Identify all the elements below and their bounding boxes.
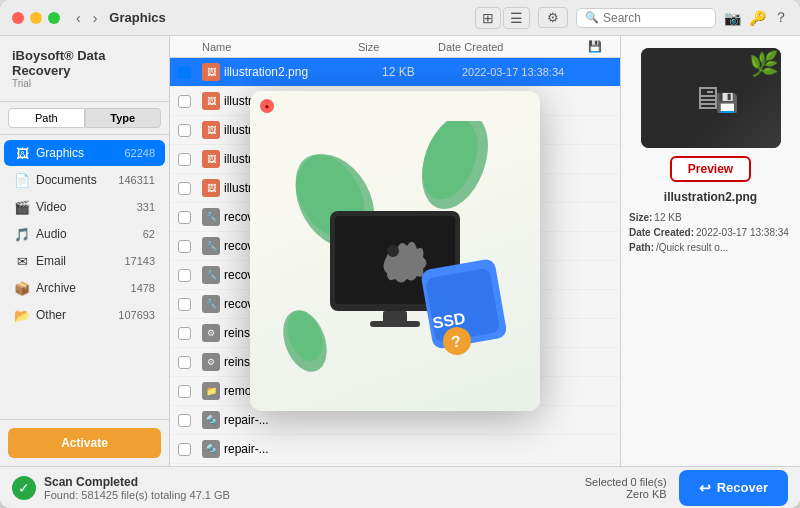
sidebar-item-other[interactable]: 📂 Other 107693 — [4, 302, 165, 328]
sidebar-item-video[interactable]: 🎬 Video 331 — [4, 194, 165, 220]
row-checkbox[interactable] — [178, 385, 191, 398]
preview-button[interactable]: Preview — [670, 156, 751, 182]
row-checkbox[interactable] — [178, 443, 191, 456]
file-type-icon: 🖼 — [202, 121, 220, 139]
file-area: Name Size Date Created 💾 🖼 illustration2… — [170, 36, 620, 466]
sidebar-item-documents[interactable]: 📄 Documents 146311 — [4, 167, 165, 193]
scan-found-text: Found: 581425 file(s) totaling 47.1 GB — [44, 489, 230, 501]
file-type-icon: 🖼 — [202, 150, 220, 168]
window-title: Graphics — [109, 10, 475, 25]
back-button[interactable]: ‹ — [72, 8, 85, 28]
row-checkbox[interactable] — [178, 182, 191, 195]
file-type-icon: 🔧 — [202, 295, 220, 313]
preview-thumbnail: 🌿 🖥 💾 — [641, 48, 781, 148]
close-button[interactable] — [12, 12, 24, 24]
file-type-icon: 📁 — [202, 382, 220, 400]
forward-button[interactable]: › — [89, 8, 102, 28]
nav-buttons: ‹ › — [72, 8, 101, 28]
file-type-icon: 🖼 — [202, 92, 220, 110]
minimize-button[interactable] — [30, 12, 42, 24]
row-checkbox[interactable] — [178, 356, 191, 369]
date-label: Date Created: — [629, 227, 694, 238]
audio-icon: 🎵 — [14, 226, 30, 242]
other-icon: 📂 — [14, 307, 30, 323]
sidebar-count-documents: 146311 — [118, 174, 155, 186]
sidebar-label-other: Other — [36, 308, 118, 322]
row-checkbox[interactable] — [178, 240, 191, 253]
row-checkbox[interactable] — [178, 66, 191, 79]
main-content: iBoysoft® Data Recovery Trial Path Type … — [0, 36, 800, 466]
titlebar: ‹ › Graphics ⊞ ☰ ⚙ 🔍 📷 🔑 ？ — [0, 0, 800, 36]
recover-label: Recover — [717, 480, 768, 495]
toolbar-right: ⊞ ☰ ⚙ 🔍 📷 🔑 ？ — [475, 7, 788, 29]
main-window: ‹ › Graphics ⊞ ☰ ⚙ 🔍 📷 🔑 ？ iBoys — [0, 0, 800, 508]
tab-path[interactable]: Path — [8, 108, 85, 128]
file-type-icon: 🔧 — [202, 208, 220, 226]
detail-date-row: Date Created: 2022-03-17 13:38:34 — [629, 227, 792, 238]
camera-icon[interactable]: 📷 — [724, 9, 741, 27]
file-name: repair-... — [224, 413, 382, 427]
sidebar-label-email: Email — [36, 254, 124, 268]
size-value: 12 KB — [654, 212, 681, 223]
info-icon[interactable]: 🔑 — [749, 9, 766, 27]
path-type-tabs: Path Type — [0, 102, 169, 135]
row-checkbox[interactable] — [178, 327, 191, 340]
file-type-icon: 🔩 — [202, 440, 220, 458]
preview-close-button[interactable]: ● — [260, 99, 274, 113]
sidebar-item-email[interactable]: ✉ Email 17143 — [4, 248, 165, 274]
traffic-lights — [12, 12, 60, 24]
header-size: Size — [358, 41, 438, 53]
sidebar-label-audio: Audio — [36, 227, 143, 241]
grid-view-button[interactable]: ⊞ — [475, 7, 501, 29]
leaf-decoration: 🌿 — [749, 50, 779, 78]
search-box: 🔍 — [576, 8, 716, 28]
selected-count: Selected 0 file(s) — [585, 476, 667, 488]
sidebar-item-graphics[interactable]: 🖼 Graphics 62248 — [4, 140, 165, 166]
sidebar-count-email: 17143 — [124, 255, 155, 267]
help-icon[interactable]: ？ — [774, 9, 788, 27]
recover-icon: ↩ — [699, 480, 711, 496]
activate-button[interactable]: Activate — [8, 428, 161, 458]
detail-size-row: Size: 12 KB — [629, 212, 792, 223]
file-type-icon: 🖼 — [202, 179, 220, 197]
sidebar-count-archive: 1478 — [131, 282, 155, 294]
row-checkbox[interactable] — [178, 153, 191, 166]
sidebar-item-audio[interactable]: 🎵 Audio 62 — [4, 221, 165, 247]
graphics-icon: 🖼 — [14, 145, 30, 161]
file-type-icon: 🔧 — [202, 237, 220, 255]
path-label: Path: — [629, 242, 654, 253]
tab-type[interactable]: Type — [85, 108, 162, 128]
sidebar-item-archive[interactable]: 📦 Archive 1478 — [4, 275, 165, 301]
file-date: 2022-03-17 13:38:34 — [462, 66, 612, 78]
row-checkbox[interactable] — [178, 95, 191, 108]
detail-path-row: Path: /Quick result o... — [629, 242, 792, 253]
list-view-button[interactable]: ☰ — [503, 7, 530, 29]
filter-button[interactable]: ⚙ — [538, 7, 568, 28]
row-checkbox[interactable] — [178, 124, 191, 137]
selected-size: Zero KB — [585, 488, 667, 500]
right-panel: 🌿 🖥 💾 Preview illustration2.png Size: 12… — [620, 36, 800, 466]
recover-button[interactable]: ↩ Recover — [679, 470, 788, 506]
file-type-icon: ⚙ — [202, 353, 220, 371]
ssd-icon: 💾 — [716, 92, 738, 114]
documents-icon: 📄 — [14, 172, 30, 188]
thumb-inner: 🌿 🖥 💾 — [641, 48, 781, 148]
row-checkbox[interactable] — [178, 298, 191, 311]
file-name: repair-... — [224, 442, 382, 456]
email-icon: ✉ — [14, 253, 30, 269]
sidebar: iBoysoft® Data Recovery Trial Path Type … — [0, 36, 170, 466]
file-type-icon: 🖼 — [202, 63, 220, 81]
sidebar-label-archive: Archive — [36, 281, 131, 295]
scan-status-text: Scan Completed Found: 581425 file(s) tot… — [44, 475, 230, 501]
search-input[interactable] — [603, 11, 707, 25]
table-row[interactable]: 🖼 illustration2.png 12 KB 2022-03-17 13:… — [170, 58, 620, 87]
row-checkbox[interactable] — [178, 414, 191, 427]
header-name: Name — [202, 41, 358, 53]
table-row[interactable]: 🔩 repair-... — [170, 435, 620, 464]
row-checkbox[interactable] — [178, 269, 191, 282]
preview-large[interactable]: ● — [250, 91, 540, 411]
row-checkbox[interactable] — [178, 211, 191, 224]
maximize-button[interactable] — [48, 12, 60, 24]
file-list-header: Name Size Date Created 💾 — [170, 36, 620, 58]
file-type-icon: 🔩 — [202, 411, 220, 429]
